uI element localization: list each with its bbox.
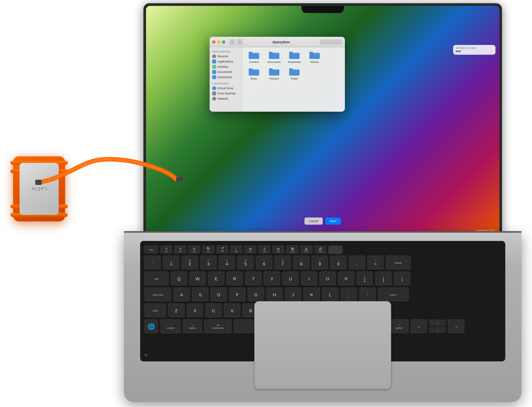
key-8[interactable]: *8 <box>293 256 310 270</box>
key-return[interactable]: return <box>377 288 409 302</box>
key-h[interactable]: H <box>266 288 283 302</box>
key-p[interactable]: P <box>338 272 355 286</box>
key-j[interactable]: J <box>285 288 302 302</box>
folder-public[interactable]: Public <box>286 67 303 80</box>
key-shift-left[interactable]: shift <box>144 303 166 318</box>
key-tab[interactable]: tab <box>144 272 169 286</box>
key-semicolon[interactable]: :; <box>340 288 357 302</box>
key-arrow-down[interactable]: ↓ <box>429 327 446 333</box>
key-e[interactable]: E <box>208 272 225 286</box>
key-delete[interactable]: delete <box>386 256 411 270</box>
key-q[interactable]: Q <box>170 272 187 286</box>
key-arrow-right[interactable]: → <box>448 319 465 334</box>
key-globe[interactable]: 🌐 <box>144 319 158 334</box>
key-z[interactable]: Z <box>168 303 185 318</box>
key-f6[interactable]: ☾F6 <box>230 246 243 254</box>
folder-music[interactable]: Music <box>245 67 262 80</box>
key-backtick[interactable]: ~` <box>144 256 161 270</box>
key-2[interactable]: @2 <box>181 256 198 270</box>
key-t[interactable]: T <box>245 272 262 286</box>
key-f[interactable]: F <box>229 288 246 302</box>
sidebar-item-documents[interactable]: Documents <box>211 69 241 75</box>
number-row: ~` !1 @2 #3 $4 %5 ^6 &7 *8 (9 )0 _- += d… <box>144 256 501 270</box>
key-f10[interactable]: 🔇F10 <box>286 246 299 254</box>
forward-button[interactable]: › <box>237 39 243 45</box>
key-9[interactable]: (9 <box>311 256 328 270</box>
folder-creative[interactable]: Creative <box>245 50 262 64</box>
key-esc[interactable]: esc <box>144 246 158 254</box>
cancel-button[interactable]: Cancel <box>304 218 323 225</box>
finder-body: Favourites Recents Applications Desktop <box>210 47 345 112</box>
back-button[interactable]: ‹ <box>229 39 235 45</box>
key-5[interactable]: %5 <box>237 256 254 270</box>
key-quote[interactable]: "' <box>359 288 376 302</box>
key-f12[interactable]: 🔊F12 <box>314 246 327 254</box>
sidebar-item-downloads[interactable]: Downloads <box>211 75 241 80</box>
key-3[interactable]: #3 <box>200 256 217 270</box>
key-capslock[interactable]: caps lock <box>144 288 171 302</box>
key-s[interactable]: S <box>192 288 209 302</box>
drive-body: LaCie <box>13 156 65 221</box>
key-backslash[interactable]: |\ <box>393 272 410 286</box>
key-option-left[interactable]: ⌥ option <box>183 319 202 334</box>
folder-documents[interactable]: Documents <box>266 50 283 64</box>
key-equals[interactable]: += <box>367 256 384 270</box>
key-f3[interactable]: ⊞F3 <box>188 246 200 254</box>
sidebar-item-applications[interactable]: Applications <box>211 59 241 64</box>
eject-button[interactable]: Eject <box>325 218 341 225</box>
key-c[interactable]: C <box>205 303 222 318</box>
key-touchid[interactable] <box>328 246 343 254</box>
maximize-button[interactable] <box>222 40 225 44</box>
key-d[interactable]: D <box>210 288 227 302</box>
key-w[interactable]: W <box>189 272 206 286</box>
notification-title: Mail <box>456 50 493 53</box>
minimize-button[interactable] <box>217 40 220 44</box>
key-o[interactable]: O <box>319 272 336 286</box>
key-0[interactable]: )0 <box>330 256 347 270</box>
key-r[interactable]: R <box>226 272 243 286</box>
key-control[interactable]: ⌃ control <box>160 319 181 334</box>
key-f11[interactable]: 🔉F11 <box>300 246 313 254</box>
finder-search[interactable] <box>319 39 342 45</box>
key-1[interactable]: !1 <box>163 256 180 270</box>
sidebar-item-timemachine[interactable]: Time Machine <box>211 91 241 96</box>
sidebar-item-desktop[interactable]: Desktop <box>211 64 241 69</box>
key-f1[interactable]: ☀F1 <box>160 246 172 254</box>
key-arrow-left[interactable]: ← <box>410 319 427 334</box>
sidebar-item-icloud[interactable]: iCloud Drive <box>211 86 241 91</box>
key-f5[interactable]: 🎤F5 <box>216 246 229 254</box>
key-f2[interactable]: ☀F2 <box>174 246 186 254</box>
sidebar-item-recents[interactable]: Recents <box>211 54 241 59</box>
key-y[interactable]: Y <box>263 272 280 286</box>
key-arrow-up[interactable]: ↑ <box>429 319 446 326</box>
folder-downloads[interactable]: Downloads <box>286 50 303 64</box>
key-option-right[interactable]: ⌥ option <box>389 319 409 334</box>
key-f9[interactable]: ⏭F9 <box>272 246 285 254</box>
sidebar-item-network[interactable]: Network <box>211 96 241 101</box>
key-minus[interactable]: _- <box>348 256 365 270</box>
trackpad[interactable] <box>254 301 391 389</box>
key-u[interactable]: U <box>282 272 299 286</box>
key-i[interactable]: I <box>301 272 318 286</box>
key-f7[interactable]: ⏮F7 <box>244 246 257 254</box>
dialog-bar: Cancel Eject <box>304 218 341 225</box>
asdf-row: caps lock A S D F G H J K L :; "' return <box>144 288 501 302</box>
key-k[interactable]: K <box>303 288 320 302</box>
key-f4[interactable]: 🔍F4 <box>202 246 214 254</box>
close-button[interactable] <box>212 40 215 44</box>
key-a[interactable]: A <box>173 288 190 302</box>
key-g[interactable]: G <box>247 288 264 302</box>
key-4[interactable]: $4 <box>218 256 235 270</box>
key-lbracket[interactable]: {[ <box>356 272 373 286</box>
key-7[interactable]: &7 <box>274 256 291 270</box>
key-v[interactable]: V <box>224 303 241 318</box>
key-f8[interactable]: ⏸F8 <box>258 246 271 254</box>
finder-window[interactable]: ‹ › dannytton Favourites Recents <box>210 37 345 112</box>
folder-pictures[interactable]: Pictures <box>266 67 283 80</box>
folder-movies[interactable]: Movies <box>306 50 323 64</box>
key-l[interactable]: L <box>322 288 339 302</box>
key-6[interactable]: ^6 <box>256 256 273 270</box>
key-rbracket[interactable]: }] <box>375 272 392 286</box>
key-x[interactable]: X <box>186 303 203 318</box>
key-command-left[interactable]: ⌘ command <box>204 319 232 334</box>
